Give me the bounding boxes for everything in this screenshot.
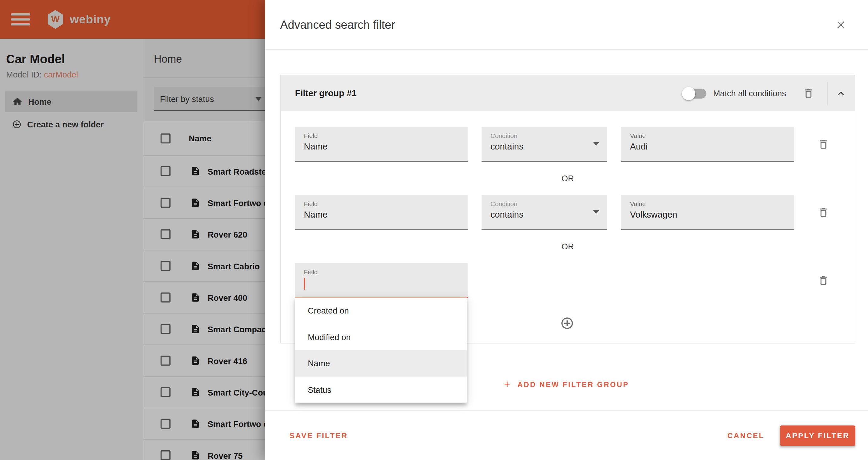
- delete-condition-button[interactable]: [816, 273, 831, 287]
- or-separator: OR: [281, 171, 855, 186]
- field-option[interactable]: Created on: [295, 297, 467, 324]
- drawer-footer: SAVE FILTER CANCEL APPLY FILTER: [265, 410, 868, 460]
- delete-group-button[interactable]: [801, 86, 816, 101]
- plus-circle-icon: [560, 316, 574, 330]
- field-input-focused[interactable]: Field: [295, 263, 468, 298]
- delete-condition-button[interactable]: [816, 205, 831, 220]
- field-option[interactable]: Status: [295, 376, 467, 403]
- or-separator: OR: [281, 239, 855, 254]
- dropdown-arrow-icon: [593, 142, 599, 146]
- collapse-group-button[interactable]: [834, 86, 848, 101]
- trash-icon: [817, 206, 829, 218]
- save-filter-button[interactable]: SAVE FILTER: [289, 432, 348, 440]
- field-input[interactable]: Field Name: [295, 195, 468, 230]
- condition-row: Field Name Condition contains Value Audi: [295, 127, 855, 162]
- screen: W webiny Car Model Model ID: carModel Ho…: [0, 0, 868, 460]
- field-option[interactable]: Name: [295, 350, 467, 376]
- value-input[interactable]: Value Audi: [621, 127, 794, 162]
- add-condition-button[interactable]: [560, 316, 574, 330]
- divider: [827, 82, 828, 105]
- advanced-search-drawer: Advanced search filter Filter group #1 M…: [265, 0, 868, 460]
- cancel-button[interactable]: CANCEL: [727, 432, 765, 440]
- condition-row: Field Name Condition contains Value Volk…: [295, 195, 855, 230]
- match-all-toggle[interactable]: [684, 88, 707, 98]
- drawer-title: Advanced search filter: [280, 18, 395, 31]
- field-option[interactable]: Modified on: [295, 324, 467, 350]
- trash-icon: [817, 138, 829, 150]
- trash-icon: [802, 87, 814, 99]
- plus-icon: +: [504, 378, 510, 391]
- field-options-menu: Created on Modified on Name Status: [295, 297, 467, 403]
- condition-select[interactable]: Condition contains: [482, 127, 607, 162]
- filter-group-header: Filter group #1 Match all conditions: [281, 75, 855, 111]
- close-icon: [835, 19, 847, 31]
- field-input[interactable]: Field Name: [295, 127, 468, 162]
- text-caret: [304, 278, 305, 290]
- trash-icon: [817, 275, 829, 286]
- filter-group-title: Filter group #1: [295, 88, 356, 98]
- value-input[interactable]: Value Volkswagen: [621, 195, 794, 230]
- close-button[interactable]: [834, 18, 848, 32]
- delete-condition-button[interactable]: [816, 137, 831, 151]
- condition-select[interactable]: Condition contains: [482, 195, 607, 230]
- condition-row: Field: [295, 263, 855, 298]
- match-all-label: Match all conditions: [713, 89, 786, 98]
- apply-filter-button[interactable]: APPLY FILTER: [780, 426, 855, 446]
- chevron-up-icon: [835, 87, 847, 99]
- drawer-header: Advanced search filter: [265, 0, 868, 50]
- dropdown-arrow-icon: [593, 210, 599, 214]
